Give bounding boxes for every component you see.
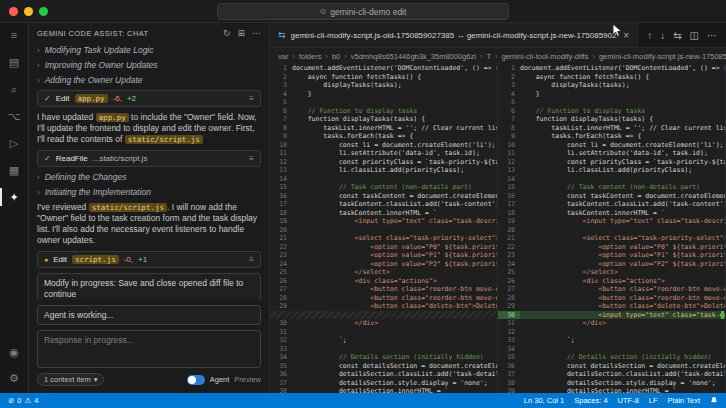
code-line[interactable]: 24 <option value="P2" ${task.priority ==… [498,260,725,269]
code-line[interactable]: 28 <button class="reorder-btn move-down"… [270,294,497,303]
code-line[interactable]: 16 const taskContent = document.createEl… [270,192,497,201]
code-line[interactable] [270,311,497,320]
code-line[interactable]: 19 <input type="text" class="task-descri… [498,217,725,226]
options-icon[interactable]: ≡ [249,94,254,103]
code-line[interactable]: 10 const li = document.createElement('li… [270,141,497,150]
code-line[interactable]: 23 <option value="P1" ${task.priority ==… [270,251,497,260]
mode-agent-label[interactable]: Agent [210,375,230,384]
code-line[interactable]: 38 detailsSection.innerHTML = ` [270,387,497,393]
code-line[interactable]: 36 detailsSection.classList.add('task-de… [270,370,497,379]
code-line[interactable]: 27 <button class="reorder-btn move-up">↑… [498,285,725,294]
diff-tab[interactable]: ⇆ gemini-cli-modify-script.js-old-175085… [270,23,638,47]
eol-indicator[interactable]: LF [649,396,658,405]
code-line[interactable]: 20 [498,226,725,235]
breadcrumb-item[interactable]: v5dmhq8s651446gb3k_35m8000g6zl [351,52,476,61]
breadcrumb-item[interactable]: T [486,52,491,61]
code-line[interactable]: 22 <option value="P0" ${task.priority ==… [270,243,497,252]
code-line[interactable]: 25 </select> [270,268,497,277]
code-line[interactable]: 13 li.classList.add(priorityClass); [498,166,725,175]
code-line[interactable]: 33 [270,345,497,354]
close-window-button[interactable] [9,7,18,16]
activity-item-extensions[interactable]: ▦ [0,161,26,179]
code-line[interactable]: 9 tasks.forEach(task => { [270,132,497,141]
problems-indicator[interactable]: ⊘ 0 ⚠ 4 [8,396,38,405]
code-line[interactable]: 5 [498,98,725,107]
tool-call-card[interactable]: ✓ Edit app.py -6, +2 ≡ [37,90,261,107]
code-line[interactable]: 1document.addEventListener('DOMContentLo… [498,64,725,73]
code-line[interactable]: 1document.addEventListener('DOMContentLo… [270,64,497,73]
code-line[interactable]: 9 tasks.forEach(task => { [498,132,725,141]
code-line[interactable]: 21 <select class="task-priority-select"> [498,234,725,243]
code-line[interactable]: 14 [270,175,497,184]
code-line[interactable]: 20 [270,226,497,235]
thought-section[interactable]: › Defining the Changes [37,172,261,182]
code-line[interactable]: 27 <button class="reorder-btn move-up">↑… [270,285,497,294]
code-line[interactable]: 35 // Details section (initially hidden) [498,353,725,362]
code-line[interactable]: 11 li.setAttribute('data-id', task.id); [270,149,497,158]
tool-call-card[interactable]: ● Edit script.js -0, +1 ≡ [37,251,261,268]
code-line[interactable]: 15 // Task content (non-details part) [498,183,725,192]
code-line[interactable]: 12 const priorityClass = `task-priority-… [498,158,725,167]
activity-item-explorer[interactable]: ▤ [0,53,26,71]
thought-section[interactable]: › Modifying Task Update Logic [37,45,261,55]
code-line[interactable]: 16 const taskContent = document.createEl… [498,192,725,201]
code-line[interactable]: 6 // Function to display tasks [498,107,725,116]
thought-section[interactable]: › Improving the Owner Updates [37,60,261,70]
code-line[interactable]: 35 const detailsSection = document.creat… [270,362,497,371]
open-in-editor-icon[interactable]: ⊞ [237,28,245,38]
breadcrumb-item[interactable]: b0 [332,52,340,61]
cursor-position-indicator[interactable]: Ln 30, Col 1 [524,396,564,405]
code-line[interactable]: 3 displayTasks(tasks); [270,81,497,90]
code-line[interactable]: 18 taskContent.innerHTML = ` [498,209,725,218]
thought-section[interactable]: › Adding the Owner Update [37,75,261,85]
code-line[interactable]: 4 } [498,90,725,99]
code-line[interactable]: 30 </div> [270,319,497,328]
tool-call-card[interactable]: ✓ ReadFile ...static/script.js ≡ [37,150,261,167]
activity-item-source-control[interactable]: ⌥ [0,107,26,125]
code-line[interactable]: 12 const priorityClass = `task-priority-… [270,158,497,167]
code-line[interactable]: 11 li.setAttribute('data-id', task.id); [498,149,725,158]
code-line[interactable]: 15 // Task content (non-details part) [270,183,497,192]
code-line[interactable]: 29 <button class="delete-btn">Delete</bu… [270,302,497,311]
activity-item-search[interactable]: ⌕ [0,80,26,98]
notifications-bell-icon[interactable] [710,396,718,405]
indentation-indicator[interactable]: Spaces: 4 [574,396,607,405]
zoom-window-button[interactable] [39,7,48,16]
chat-input[interactable]: Response in progress... [37,330,261,368]
code-line[interactable]: 36 const detailsSection = document.creat… [498,362,725,371]
code-line[interactable]: 8 taskList.innerHTML = ''; // Clear curr… [270,124,497,133]
code-line[interactable]: 29 <button class="delete-btn">Delete</bu… [498,302,725,311]
code-line[interactable]: 31 [270,328,497,337]
code-line[interactable]: 8 taskList.innerHTML = ''; // Clear curr… [498,124,725,133]
mode-preview-label[interactable]: Preview [234,375,261,384]
code-line[interactable]: 38 detailsSection.style.display = 'none'… [498,379,725,388]
activity-item-menu[interactable]: ≡ [0,26,26,44]
code-line[interactable]: 4 } [270,90,497,99]
previous-change-button[interactable]: ↑ [647,30,652,41]
code-line[interactable]: 18 taskContent.innerHTML = ` [270,209,497,218]
code-line[interactable]: 37 detailsSection.classList.add('task-de… [498,370,725,379]
breadcrumb-item[interactable]: folders [299,52,322,61]
code-line[interactable]: 10 const li = document.createElement('li… [498,141,725,150]
more-actions-icon[interactable]: ⋯ [252,28,261,38]
code-line[interactable]: 13 li.classList.add(priorityClass); [270,166,497,175]
thought-section[interactable]: › Initiating the Implementation [37,187,261,197]
code-line[interactable]: 26 <div class="actions"> [270,277,497,286]
code-line[interactable]: 33 `; [498,336,725,345]
agent-mode-toggle[interactable] [187,375,205,385]
context-items-button[interactable]: 1 context item ▾ [37,373,104,386]
close-tab-icon[interactable]: × [623,30,629,41]
command-center[interactable]: ⊙ gemini-cli-demo edit [217,3,509,20]
code-line[interactable]: 2 async function fetchTasks() { [498,73,725,82]
options-icon[interactable]: ≡ [249,154,254,163]
activity-item-account[interactable]: ◉ [0,343,26,361]
code-line[interactable]: 19 <input type="text" class="task-descri… [270,217,497,226]
code-line[interactable]: 21 <select class="task-priority-select"> [270,234,497,243]
code-line[interactable]: 17 taskContent.classList.add('task-conte… [498,200,725,209]
code-line[interactable]: 2 async function fetchTasks() { [270,73,497,82]
code-line[interactable]: 7 function displayTasks(tasks) { [498,115,725,124]
code-line[interactable]: 25 </select> [498,268,725,277]
code-line[interactable]: 24 <option value="P2" ${task.priority ==… [270,260,497,269]
next-change-button[interactable]: ↓ [660,30,665,41]
language-mode-indicator[interactable]: Plain Text [668,396,700,405]
